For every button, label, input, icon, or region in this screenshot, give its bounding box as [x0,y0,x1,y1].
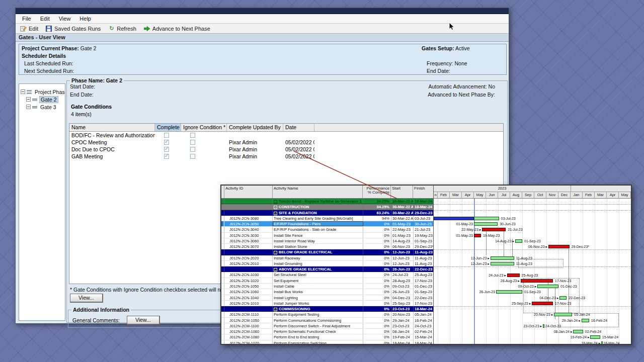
table-row[interactable]: CPOC MeetingPixar Admin05/02/2022 0 [69,139,503,146]
cell-performance: 34.25% [363,199,391,204]
gantt-row[interactable]: -CONSTRUCTION34.25%30-Mar-22 A18-Mar-24 [221,204,433,210]
gantt-row[interactable]: J012N-2CN-3030Install Site Fence0%01-May… [221,233,433,238]
complete-checkbox[interactable] [164,140,169,145]
toolbar-button-edit[interactable]: Edit [18,25,42,32]
cell-finish: 15-Mar-24 [414,334,433,339]
activity-bar[interactable] [521,279,553,283]
collapse-box-icon[interactable]: - [274,251,277,254]
gantt-row[interactable]: J012N-2CM-1080Perform End to End testing… [221,334,433,340]
collapse-box-icon[interactable]: - [274,200,277,204]
activity-bar[interactable] [548,245,570,248]
gantt-row[interactable]: J012N-2CM-1050Perform Communications Com… [221,318,433,323]
conditions-col-name[interactable]: Name [69,124,155,131]
cell-performance: 63.24% [363,210,391,215]
gantt-row[interactable]: -SITE & FOUNDATION63.24%30-Mar-22 A29-De… [221,210,433,216]
conditions-col-ignore-condition-[interactable]: Ignore Condition * [181,124,227,131]
complete-checkbox[interactable] [164,133,169,138]
menu-view[interactable]: View [54,15,75,23]
remaining-bar[interactable] [474,217,499,220]
activity-bar[interactable] [491,256,514,260]
conditions-col-complete-updated-by[interactable]: Complete Updated By [227,124,283,131]
timeline-body: 03-Jul-2301-May-2330-Jun-2322-May-23 ▸21… [434,199,631,344]
project-phases-tree: Project PhasesGate 2Gate 3 [19,83,65,321]
gantt-row[interactable]: -BELOW GRADE ELECTRICAL0%12-Jun-2311-Aug… [221,249,433,255]
gantt-row[interactable]: J012N-2CM-1070Perform Energization Switc… [221,340,433,344]
collapse-box-icon[interactable]: - [274,212,277,215]
activity-bar[interactable] [543,324,544,328]
gantt-row[interactable]: J012N-2CM-1060Perform Schematic Function… [221,329,433,334]
activity-bar[interactable] [491,262,514,265]
gantt-row[interactable]: -Toledo Bend - Replace Turbine on Genera… [221,199,433,204]
ignore-condition-checkbox[interactable] [190,154,195,159]
gantt-row[interactable]: J012N-2CN-1030Set Structural Steel0%24-J… [221,272,433,278]
gantt-row[interactable]: J012N-2CN-1020Set Equipment0%28-Aug-2317… [221,278,433,284]
cell-performance: 0% [363,249,391,254]
bar-finish-label: 21-Jul-23 [508,228,522,232]
menu-file[interactable]: File [18,15,36,23]
gantt-row[interactable]: J012N-2CN-2010Install Grounding0%12-Jun-… [221,261,433,266]
tree-collapse-icon[interactable] [26,97,31,102]
actual-progress-bar[interactable] [434,217,474,220]
complete-checkbox[interactable] [164,147,169,152]
gantt-row[interactable]: J012N-2CN-1040Install Lighting0%04-Dec-2… [221,295,433,301]
table-row[interactable]: Doc Due to CPOCPixar Admin05/02/2022 0 [69,146,503,153]
view-button[interactable]: View... [70,294,103,303]
gantt-row[interactable]: J012N-2CM-1100Perform Disconnect Switch … [221,323,433,329]
project-current-phase-value: Gate 2 [80,45,97,51]
tree-item-project-phases[interactable]: Project Phases [19,88,65,96]
gantt-row[interactable]: J012N-2CN-3050E/F/R/P Foundations - Pier… [221,221,433,227]
gantt-row[interactable]: J012N-2CN-1060Install Bus Works0%26-Jun-… [221,289,433,295]
gantt-row[interactable]: J012N-2CN-3060Install Interior Road Way0… [221,238,433,244]
tree-item-gate-3[interactable]: Gate 3 [19,103,65,111]
toolbar-button-refresh[interactable]: ↻Refresh [106,25,140,32]
ignore-condition-checkbox[interactable] [190,147,195,152]
cell-performance: 0% [363,323,391,328]
tree-item-gate-2[interactable]: Gate 2 [19,96,65,103]
complete-checkbox[interactable] [164,154,169,159]
table-row[interactable]: BOD/FC - Review and Authorization [69,132,503,139]
tree-collapse-icon[interactable] [21,89,25,94]
activity-bar[interactable] [537,285,558,288]
gantt-row[interactable]: J012N-2CN-3080Tree Clearing and Early Si… [221,216,433,221]
ignore-condition-checkbox[interactable] [190,133,195,138]
gantt-row[interactable]: J012N-2CN-3040E/F/R/P Foundations - Slab… [221,227,433,232]
activity-bar[interactable] [582,319,589,322]
general-comments-view-button[interactable]: View... [127,316,160,325]
collapse-box-icon[interactable]: - [274,308,277,311]
gantt-row[interactable]: J012N-2CN-2020Install Raceway0%12-Jun-23… [221,255,433,261]
gantt-row[interactable]: -ABOVE GRADE ELECTRICAL0%26-Jun-2322-Dec… [221,266,433,272]
gantt-row[interactable]: J012N-2CN-1010Install Jumper Works0%25-S… [221,301,433,306]
activity-bar[interactable] [507,274,520,277]
activity-bar[interactable] [573,330,583,333]
collapse-box-icon[interactable]: - [274,268,277,272]
activity-bar[interactable] [482,228,506,231]
gantt-row[interactable]: -COMMISSIONING0%23-Oct-2318-Mar-24 [221,306,433,312]
activity-bar[interactable] [474,234,481,237]
phase-summary-panel: Project Current Phase: Gate 2 Gates Setu… [19,44,507,75]
menu-edit[interactable]: Edit [36,15,54,23]
activity-bar[interactable] [559,296,567,300]
conditions-col-complete[interactable]: Complete [155,124,181,131]
toolbar-button-saved-gates-runs[interactable]: Saved Gates Runs [43,25,105,32]
menu-help[interactable]: Help [75,15,96,23]
conditions-col-blank[interactable] [314,124,503,131]
tree-collapse-icon[interactable] [26,105,31,109]
conditions-col-date[interactable]: Date [283,124,314,131]
table-row[interactable]: GAB MeetingPixar Admin05/02/2022 0 [69,153,503,160]
activity-bar[interactable] [474,222,498,226]
activity-bar[interactable] [554,313,572,316]
activity-bar[interactable] [532,302,553,305]
cell-finish: 11-Aug-23 [414,249,433,254]
activity-bar[interactable] [590,335,600,339]
gantt-row[interactable]: J012N-2CN-1050Install Cable0%09-Oct-2301… [221,284,433,289]
ignore-condition-checkbox[interactable] [190,140,195,145]
cell-finish: 01-Sep-23 [414,289,433,294]
activity-bar[interactable] [496,290,522,294]
activity-bar[interactable] [601,341,603,344]
gantt-row[interactable]: J012N-2CM-1110Perform Equipment Testing0… [221,312,433,317]
collapse-box-icon[interactable]: - [274,206,277,209]
gantt-row[interactable]: J012N-2CN-3070Install Station Stone0%06-… [221,244,433,249]
activity-bar[interactable] [515,239,522,243]
cell-activity-name: -CONSTRUCTION [273,204,363,209]
toolbar-button-advance-to-next-phase[interactable]: Advance to Next Phase [141,25,214,32]
